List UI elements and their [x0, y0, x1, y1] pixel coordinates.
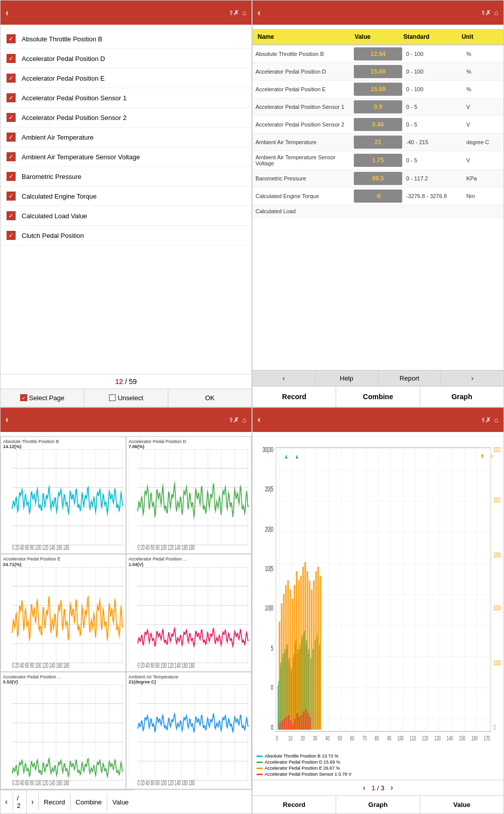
stream-item-9[interactable]: ✓Calculated Load Value	[1, 206, 251, 226]
stream-item-1[interactable]: ✓Accelerator Pedal Position D	[1, 49, 251, 69]
stream-checkbox-5[interactable]: ✓	[7, 133, 16, 142]
stream-checkbox-8[interactable]: ✓	[7, 192, 16, 201]
cell-name-7: Barometric Pressure	[253, 172, 353, 184]
stream-item-3[interactable]: ✓Accelerator Pedal Position Sensor 1	[1, 88, 251, 108]
stream-checkbox-9[interactable]: ✓	[7, 211, 16, 220]
svg-text:30: 30	[313, 735, 317, 741]
legend-item-1: Accelerator Pedal Position D 15.69 %	[257, 760, 499, 765]
total-count: 59	[129, 378, 137, 386]
value-button-p4[interactable]: Value	[420, 796, 503, 813]
stream-item-4[interactable]: ✓Accelerator Pedal Position Sensor 2	[1, 108, 251, 128]
svg-text:160: 160	[471, 735, 478, 741]
unselect-button[interactable]: Unselect	[84, 389, 168, 407]
cell-unit-9	[463, 208, 503, 214]
stream-checkbox-3[interactable]: ✓	[7, 93, 16, 102]
sg-canvas-2: 0 20 40 60 80 100 120 140 160 180	[3, 567, 123, 669]
stream-item-0[interactable]: ✓Absolute Throttle Position B	[1, 29, 251, 49]
svg-text:100.6: 100.6	[493, 550, 501, 559]
svg-text:150: 150	[459, 735, 466, 741]
home-icon-p4[interactable]: ⌂	[494, 416, 498, 424]
help-button[interactable]: Help	[316, 370, 379, 386]
svg-rect-54	[129, 567, 249, 669]
count-row: 12 / 59	[1, 374, 251, 389]
stream-item-8[interactable]: ✓Calculated Engine Torque	[1, 186, 251, 206]
col-standard: Standard	[402, 32, 461, 41]
record-button-p3[interactable]: Record	[39, 793, 71, 811]
stethoscope-icon-p4[interactable]: ⚕✗	[481, 416, 491, 424]
svg-rect-200	[286, 717, 287, 729]
stream-item-6[interactable]: ✓Ambient Air Temperature Sensor Voltage	[1, 147, 251, 167]
scroll-right-btn[interactable]: ›	[441, 370, 503, 386]
svg-rect-185	[296, 571, 297, 729]
combine-button-p2[interactable]: Combine	[336, 387, 420, 407]
report-button[interactable]: Report	[379, 370, 442, 386]
svg-text:80: 80	[375, 735, 379, 741]
prev-page-arrow-p4[interactable]: ‹	[363, 783, 365, 792]
stethoscope-icon[interactable]: ⚕✗	[229, 9, 239, 17]
table-row-7: Barometric Pressure99.50 - 117.2KPa	[253, 170, 503, 187]
cell-standard-9	[403, 208, 464, 214]
svg-rect-192	[311, 589, 312, 729]
svg-text:0  20  40  60  80  100 120 140: 0 20 40 60 80 100 120 140 160 180	[12, 661, 70, 669]
cell-standard-8: -3276.8 - 3276.8	[403, 190, 464, 202]
select-page-button[interactable]: ✓ Select Page	[1, 389, 84, 407]
home-icon-p2[interactable]: ⌂	[494, 9, 498, 17]
stream-checkbox-0[interactable]: ✓	[7, 34, 16, 43]
combined-graph-svg: 30|30 20|5 20|0 10|5 10|0 5 0 0 102.4 10…	[255, 439, 501, 750]
col-name: Name	[257, 32, 354, 41]
stream-item-10[interactable]: ✓Clutch Pedal Position	[1, 226, 251, 245]
svg-text:0  20  40  60  80  100 120 140: 0 20 40 60 80 100 120 140 160 180	[138, 661, 195, 669]
back-icon-p3[interactable]: ‹	[6, 414, 9, 425]
home-icon-p3[interactable]: ⌂	[242, 416, 246, 424]
svg-rect-199	[284, 718, 285, 729]
table-body: Absolute Throttle Position B12.940 - 100…	[253, 45, 503, 370]
cell-value-0: 12.94	[354, 47, 402, 60]
svg-text:70: 70	[362, 735, 366, 741]
svg-text:0: 0	[276, 735, 278, 741]
sg-canvas-3: 0 20 40 60 80 100 120 140 160 180	[129, 567, 249, 669]
svg-rect-191	[309, 580, 310, 729]
panel1-breadcrumb	[1, 25, 251, 29]
panel1-header: ‹ ⚕✗ ⌂	[1, 1, 251, 25]
stream-item-7[interactable]: ✓Barometric Pressure	[1, 167, 251, 186]
back-icon-p2[interactable]: ‹	[258, 8, 261, 18]
cell-standard-4: 0 - 5	[403, 118, 464, 131]
cell-unit-5: degree C	[463, 136, 503, 148]
stream-checkbox-10[interactable]: ✓	[7, 231, 16, 240]
stethoscope-icon-p2[interactable]: ⚕✗	[481, 9, 491, 17]
sg-title-2: Accelerator Pedal Position E	[3, 556, 123, 562]
panel3-header: ‹ ⚕✗ ⌂	[1, 408, 251, 432]
stream-checkbox-4[interactable]: ✓	[7, 113, 16, 122]
cell-standard-7: 0 - 117.2	[403, 172, 464, 184]
stream-checkbox-2[interactable]: ✓	[7, 74, 16, 83]
combine-button-p3[interactable]: Combine	[71, 793, 107, 811]
record-button-p4[interactable]: Record	[253, 796, 336, 813]
svg-text:120: 120	[422, 735, 428, 741]
ok-button[interactable]: OK	[168, 389, 251, 407]
stethoscope-icon-p3[interactable]: ⚕✗	[229, 416, 239, 424]
current-page-p4: 1	[371, 784, 375, 792]
prev-page-arrow-p3[interactable]: ‹	[5, 797, 8, 806]
graph-button-p2[interactable]: Graph	[420, 387, 503, 407]
cell-unit-1: %	[463, 66, 503, 78]
scroll-left-btn[interactable]: ‹	[253, 370, 316, 386]
next-page-arrow-p3[interactable]: ›	[31, 797, 34, 806]
back-icon-p4[interactable]: ‹	[258, 414, 261, 425]
stream-item-5[interactable]: ✓Ambient Air Temperature	[1, 128, 251, 147]
home-icon[interactable]: ⌂	[242, 9, 246, 17]
next-page-arrow-p4[interactable]: ›	[391, 783, 393, 792]
svg-rect-183	[292, 598, 293, 729]
stream-checkbox-1[interactable]: ✓	[7, 54, 16, 63]
svg-rect-204	[294, 718, 296, 729]
record-button-p2[interactable]: Record	[253, 387, 336, 407]
sg-canvas-1: 0 20 40 60 80 100 120 140 160 180	[129, 449, 249, 551]
legend-color-0	[257, 756, 263, 757]
value-button-p3[interactable]: Value	[107, 793, 134, 811]
svg-rect-209	[305, 709, 306, 729]
graph-button-p4[interactable]: Graph	[336, 796, 420, 813]
back-icon[interactable]: ‹	[6, 8, 9, 18]
cell-name-5: Ambient Air Temperature	[253, 136, 353, 148]
stream-item-2[interactable]: ✓Accelerator Pedal Position E	[1, 69, 251, 88]
stream-checkbox-7[interactable]: ✓	[7, 172, 16, 181]
stream-checkbox-6[interactable]: ✓	[7, 152, 16, 161]
